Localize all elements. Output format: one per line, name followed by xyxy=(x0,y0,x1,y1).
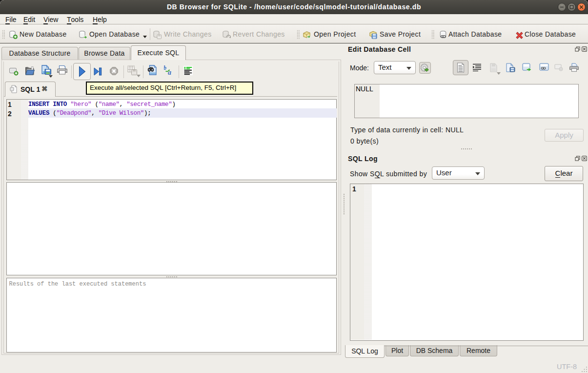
svg-text:b: b xyxy=(164,65,166,71)
